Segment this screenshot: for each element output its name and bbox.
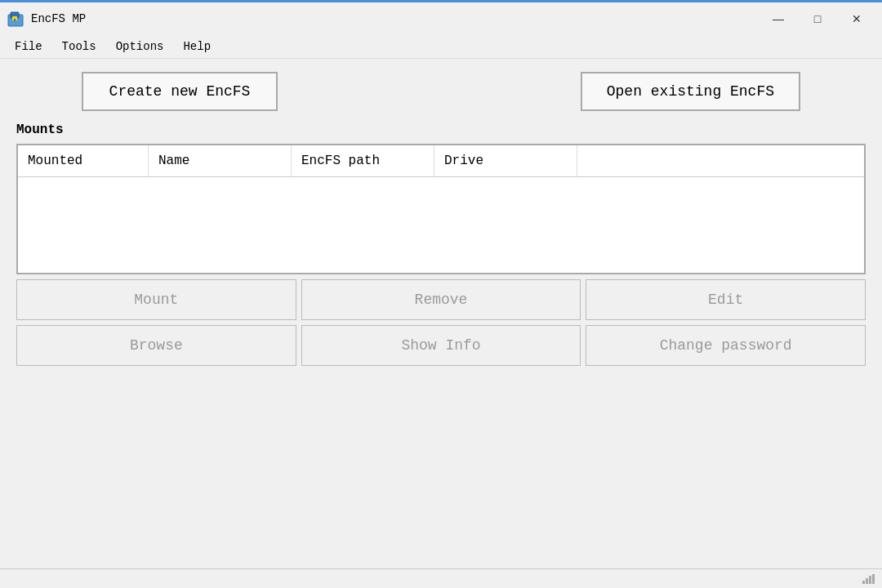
col-name: Name [149,145,292,176]
status-dots [862,574,875,584]
show-info-button[interactable]: Show Info [301,325,581,366]
browse-button[interactable]: Browse [16,325,296,366]
menu-item-help[interactable]: Help [175,38,219,56]
menu-item-file[interactable]: File [7,38,51,56]
main-content: Create new EncFS Open existing EncFS Mou… [0,59,882,568]
edit-button[interactable]: Edit [586,279,866,320]
remove-button[interactable]: Remove [301,279,581,320]
mounts-label: Mounts [16,122,866,137]
svg-rect-7 [872,574,875,584]
title-bar: EncFS MP — □ ✕ [0,0,882,34]
top-buttons: Create new EncFS Open existing EncFS [16,72,866,111]
table-body[interactable] [18,177,864,272]
table-header: Mounted Name EncFS path Drive [18,145,864,177]
title-bar-left: EncFS MP [7,10,86,28]
action-buttons-row1: Mount Remove Edit [16,279,866,320]
change-password-button[interactable]: Change password [586,325,866,366]
open-existing-encfs-button[interactable]: Open existing EncFS [581,72,800,111]
close-button[interactable]: ✕ [838,7,875,31]
svg-rect-5 [866,578,868,584]
mount-button[interactable]: Mount [16,279,296,320]
status-bar [0,568,882,588]
col-mounted: Mounted [18,145,149,176]
col-extra [577,145,864,176]
app-title: EncFS MP [31,12,86,25]
title-controls: — □ ✕ [760,7,875,31]
create-new-encfs-button[interactable]: Create new EncFS [82,72,278,111]
app-icon [7,10,24,28]
menu-item-tools[interactable]: Tools [54,38,105,56]
menu-bar: File Tools Options Help [0,34,882,59]
col-drive: Drive [434,145,577,176]
svg-rect-6 [869,576,871,584]
mounts-section: Mounts Mounted Name EncFS path Drive Mou… [16,122,866,366]
menu-item-options[interactable]: Options [108,38,172,56]
minimize-button[interactable]: — [760,7,797,31]
maximize-button[interactable]: □ [799,7,836,31]
action-buttons-row2: Browse Show Info Change password [16,325,866,366]
svg-rect-4 [862,581,865,584]
col-encfs-path: EncFS path [292,145,434,176]
mounts-table: Mounted Name EncFS path Drive [16,144,866,274]
svg-rect-3 [14,19,16,21]
